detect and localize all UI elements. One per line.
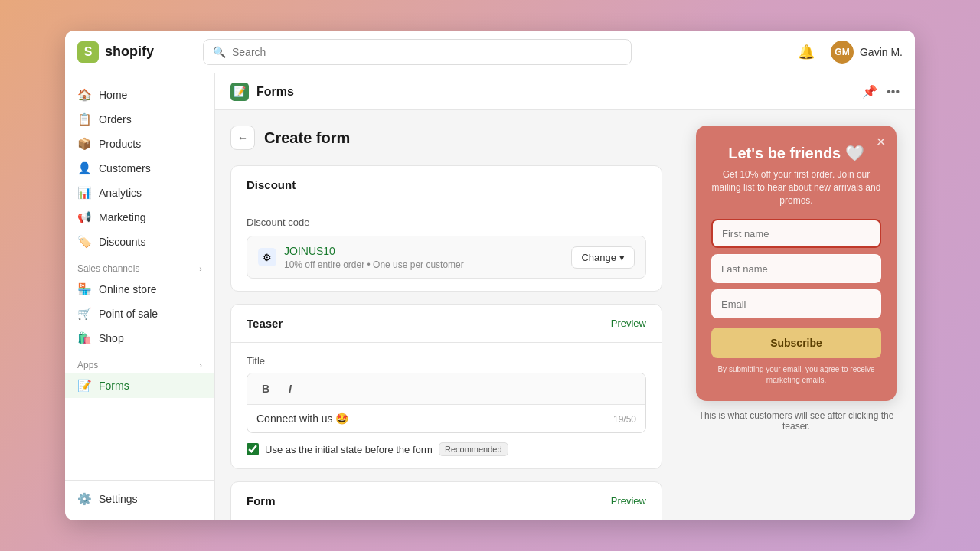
forms-app-icon: 📝	[230, 83, 249, 101]
preview-footer-text: By submitting your email, you agree to r…	[711, 364, 881, 386]
page-title: Create form	[264, 129, 350, 147]
back-button[interactable]: ←	[230, 126, 255, 150]
apps-chevron-icon: ›	[199, 360, 202, 370]
sidebar-item-home[interactable]: 🏠 Home	[65, 83, 214, 107]
sidebar-item-settings[interactable]: ⚙️ Settings	[65, 487, 214, 511]
point-of-sale-icon: 🛒	[77, 307, 91, 321]
sales-channels-section: Sales channels ›	[65, 254, 214, 277]
preview-panel: ✕ Let's be friends 🤍 Get 10% off your fi…	[678, 110, 915, 520]
discount-code-label: Discount code	[247, 217, 646, 228]
recommended-badge: Recommended	[439, 442, 508, 456]
preview-email-input[interactable]	[711, 289, 881, 318]
search-input[interactable]	[232, 46, 622, 58]
initial-state-label: Use as the initial state before the form	[265, 444, 433, 455]
logo-area: S shopify	[77, 41, 185, 63]
sidebar-item-shop[interactable]: 🛍️ Shop	[65, 326, 214, 350]
change-button[interactable]: Change ▾	[571, 246, 635, 269]
pin-icon[interactable]: 📌	[862, 84, 877, 99]
sidebar-item-customers[interactable]: 👤 Customers	[65, 156, 214, 181]
sidebar-item-online-store[interactable]: 🏪 Online store	[65, 277, 214, 302]
preview-last-name-input[interactable]	[711, 254, 881, 283]
teaser-title-field: B I Connect with us 🤩 19/50	[247, 373, 646, 433]
form-card-title: Form	[247, 494, 276, 507]
sidebar-item-orders[interactable]: 📋 Orders	[65, 107, 214, 132]
sidebar-item-point-of-sale[interactable]: 🛒 Point of sale	[65, 302, 214, 326]
chevron-down-icon: ▾	[619, 252, 625, 263]
teaser-preview-link[interactable]: Preview	[611, 318, 646, 329]
italic-button[interactable]: I	[279, 378, 301, 399]
shop-icon: 🛍️	[77, 331, 91, 345]
customers-icon: 👤	[77, 161, 91, 175]
more-icon[interactable]: •••	[887, 85, 900, 99]
sub-topbar-title: Forms	[256, 85, 294, 99]
form-card: Form Preview Title B I Let	[230, 481, 662, 520]
sidebar-item-forms[interactable]: 📝 Forms	[65, 373, 214, 398]
preview-widget-subtitle: Get 10% off your first order. Join our m…	[711, 168, 881, 207]
settings-icon: ⚙️	[77, 492, 91, 506]
search-bar[interactable]: 🔍	[203, 39, 632, 65]
discount-code-link[interactable]: JOINUS10	[284, 245, 335, 257]
discount-card: Discount Discount code ⚙ JOINUS10 10% of…	[230, 165, 662, 292]
search-icon: 🔍	[213, 46, 226, 58]
preview-close-icon[interactable]: ✕	[876, 135, 886, 149]
sidebar-item-analytics[interactable]: 📊 Analytics	[65, 181, 214, 205]
online-store-icon: 🏪	[77, 282, 91, 296]
sub-topbar: 📝 Forms 📌 •••	[215, 73, 915, 110]
notifications-button[interactable]: 🔔	[794, 40, 818, 64]
bold-button[interactable]: B	[255, 378, 276, 399]
form-editor: ← Create form Discount Discount code	[215, 110, 678, 520]
preview-caption: This is what customers will see after cl…	[690, 410, 903, 432]
shopify-logo-icon: S	[77, 41, 99, 63]
avatar: GM	[831, 41, 854, 64]
teaser-char-count: 19/50	[613, 414, 636, 425]
preview-first-name-input[interactable]	[711, 219, 881, 248]
discount-card-title: Discount	[247, 178, 646, 191]
teaser-card-title: Teaser	[247, 317, 283, 330]
preview-widget: ✕ Let's be friends 🤍 Get 10% off your fi…	[696, 126, 897, 401]
preview-widget-title: Let's be friends 🤍	[711, 144, 881, 162]
sales-channels-chevron-icon: ›	[199, 264, 202, 273]
content-area: 📝 Forms 📌 ••• ← Create form	[215, 73, 915, 520]
form-preview-link[interactable]: Preview	[611, 495, 646, 507]
home-icon: 🏠	[77, 88, 91, 102]
discounts-icon: 🏷️	[77, 235, 91, 249]
analytics-icon: 📊	[77, 186, 91, 200]
forms-sidebar-icon: 📝	[77, 379, 91, 393]
sidebar: 🏠 Home 📋 Orders 📦 Products 👤 Customers 📊…	[65, 73, 215, 520]
user-menu[interactable]: GM Gavin M.	[831, 41, 903, 64]
sidebar-item-discounts[interactable]: 🏷️ Discounts	[65, 230, 214, 254]
discount-desc: 10% off entire order • One use per custo…	[284, 259, 464, 270]
orders-icon: 📋	[77, 112, 91, 126]
sidebar-item-products[interactable]: 📦 Products	[65, 132, 214, 156]
marketing-icon: 📢	[77, 210, 91, 224]
sidebar-item-marketing[interactable]: 📢 Marketing	[65, 205, 214, 230]
discount-dot-icon: ⚙	[258, 248, 276, 266]
page-content: ← Create form Discount Discount code	[215, 110, 915, 520]
teaser-title-label: Title	[247, 355, 646, 367]
apps-section: Apps ›	[65, 350, 214, 373]
teaser-title-value[interactable]: Connect with us 🤩	[256, 412, 349, 425]
teaser-card: Teaser Preview Title B I C	[230, 304, 662, 469]
logo-text: shopify	[105, 44, 154, 60]
products-icon: 📦	[77, 137, 91, 151]
initial-state-checkbox[interactable]	[247, 443, 259, 455]
user-name: Gavin M.	[860, 46, 903, 58]
subscribe-button[interactable]: Subscribe	[711, 328, 881, 358]
